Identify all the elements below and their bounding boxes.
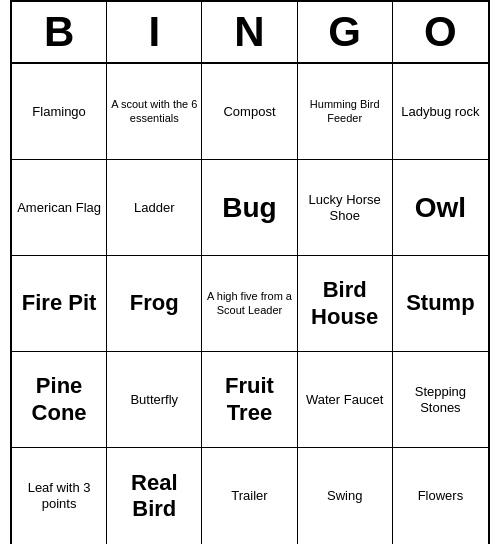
- bingo-header: BINGO: [12, 2, 488, 64]
- bingo-cell: Bug: [202, 160, 297, 256]
- bingo-grid: FlamingoA scout with the 6 essentialsCom…: [12, 64, 488, 544]
- bingo-cell: Fire Pit: [12, 256, 107, 352]
- bingo-cell: Stepping Stones: [393, 352, 488, 448]
- bingo-cell: Stump: [393, 256, 488, 352]
- bingo-cell: Lucky Horse Shoe: [298, 160, 393, 256]
- bingo-cell: Fruit Tree: [202, 352, 297, 448]
- bingo-cell: Butterfly: [107, 352, 202, 448]
- bingo-cell: A scout with the 6 essentials: [107, 64, 202, 160]
- header-letter: N: [202, 2, 297, 62]
- bingo-cell: Trailer: [202, 448, 297, 544]
- bingo-cell: Bird House: [298, 256, 393, 352]
- bingo-cell: American Flag: [12, 160, 107, 256]
- bingo-cell: Leaf with 3 points: [12, 448, 107, 544]
- header-letter: G: [298, 2, 393, 62]
- bingo-cell: Owl: [393, 160, 488, 256]
- bingo-cell: Compost: [202, 64, 297, 160]
- header-letter: O: [393, 2, 488, 62]
- bingo-cell: A high five from a Scout Leader: [202, 256, 297, 352]
- bingo-cell: Water Faucet: [298, 352, 393, 448]
- bingo-card: BINGO FlamingoA scout with the 6 essenti…: [10, 0, 490, 544]
- bingo-cell: Ladder: [107, 160, 202, 256]
- bingo-cell: Swing: [298, 448, 393, 544]
- bingo-cell: Pine Cone: [12, 352, 107, 448]
- bingo-cell: Humming Bird Feeder: [298, 64, 393, 160]
- header-letter: B: [12, 2, 107, 62]
- bingo-cell: Flowers: [393, 448, 488, 544]
- bingo-cell: Ladybug rock: [393, 64, 488, 160]
- bingo-cell: Flamingo: [12, 64, 107, 160]
- bingo-cell: Real Bird: [107, 448, 202, 544]
- bingo-cell: Frog: [107, 256, 202, 352]
- header-letter: I: [107, 2, 202, 62]
